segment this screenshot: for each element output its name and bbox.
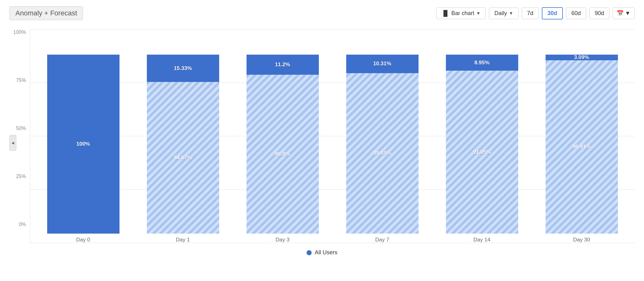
bar-stack: 89.69%10.31% bbox=[346, 55, 419, 234]
hatched-label: 91.05% bbox=[473, 149, 491, 155]
legend-label: All Users bbox=[315, 249, 337, 256]
bar-stack: 91.05%8.95% bbox=[446, 55, 518, 234]
hatched-label: 84.67% bbox=[174, 155, 192, 161]
x-axis-label: Day 7 bbox=[375, 237, 389, 243]
chart-area: 100% 75% 50% 25% 0% 100%Day 084.67%15.33… bbox=[9, 30, 635, 243]
x-axis-label: Day 14 bbox=[474, 237, 491, 243]
bar-solid: 15.33% bbox=[147, 55, 219, 82]
chart-body: 100%Day 084.67%15.33%Day 188.8%11.2%Day … bbox=[30, 30, 635, 243]
y-label-25: 25% bbox=[16, 174, 26, 179]
bar-hatched: 91.05% bbox=[446, 71, 518, 234]
calendar-dropdown-arrow: ▼ bbox=[625, 10, 630, 17]
chart-type-button[interactable]: ▐▌ Bar chart ▼ bbox=[436, 8, 486, 19]
period-90d-button[interactable]: 90d bbox=[589, 8, 609, 19]
bar-group: 89.69%10.31%Day 7 bbox=[346, 30, 419, 243]
y-label-50: 50% bbox=[16, 126, 26, 131]
bar-solid: 11.2% bbox=[247, 55, 319, 75]
chart-type-dropdown-arrow: ▼ bbox=[476, 11, 480, 16]
x-axis-label: Day 30 bbox=[573, 237, 590, 243]
period-7d-button[interactable]: 7d bbox=[522, 8, 539, 19]
bar-stack: 100% bbox=[47, 55, 119, 234]
bar-chart-icon: ▐▌ bbox=[441, 10, 450, 17]
solid-label: 8.95% bbox=[474, 60, 489, 66]
bar-hatched: 88.8% bbox=[247, 75, 319, 234]
frequency-button[interactable]: Daily ▼ bbox=[489, 8, 519, 19]
calendar-button[interactable]: 📅 ▼ bbox=[613, 7, 635, 19]
anomaly-forecast-button[interactable]: Anomaly + Forecast bbox=[9, 6, 83, 20]
chart-type-label: Bar chart bbox=[451, 10, 474, 17]
bar-group: 84.67%15.33%Day 1 bbox=[147, 30, 219, 243]
y-label-100: 100% bbox=[13, 30, 26, 35]
y-label-0: 0% bbox=[19, 222, 26, 227]
calendar-icon: 📅 bbox=[617, 10, 624, 17]
bar-group: 91.05%8.95%Day 14 bbox=[446, 30, 518, 243]
bar-solid: 10.31% bbox=[346, 55, 419, 73]
legend: All Users bbox=[9, 249, 635, 256]
header: Anomaly + Forecast ▐▌ Bar chart ▼ Daily … bbox=[9, 6, 635, 20]
bars-area: 100%Day 084.67%15.33%Day 188.8%11.2%Day … bbox=[30, 30, 635, 243]
legend-dot bbox=[307, 250, 312, 255]
bar-group: 100%Day 0 bbox=[47, 30, 119, 243]
bar-solid: 100% bbox=[47, 55, 119, 234]
bar-solid: 8.95% bbox=[446, 55, 518, 71]
x-axis-label: Day 3 bbox=[275, 237, 289, 243]
bar-stack: 96.91%3.09% bbox=[546, 55, 618, 234]
frequency-dropdown-arrow: ▼ bbox=[509, 11, 513, 16]
controls-group: ▐▌ Bar chart ▼ Daily ▼ 7d 30d 60d 90d 📅 … bbox=[436, 7, 635, 19]
solid-label: 100% bbox=[76, 141, 90, 147]
bars-container: 100%Day 084.67%15.33%Day 188.8%11.2%Day … bbox=[30, 30, 635, 243]
hatched-label: 88.8% bbox=[275, 151, 290, 157]
bar-group: 88.8%11.2%Day 3 bbox=[247, 30, 319, 243]
bar-group: 96.91%3.09%Day 30 bbox=[546, 30, 618, 243]
bar-hatched: 89.69% bbox=[346, 73, 419, 234]
solid-label: 11.2% bbox=[275, 62, 290, 68]
y-axis: 100% 75% 50% 25% 0% bbox=[9, 30, 30, 243]
x-axis-label: Day 1 bbox=[176, 237, 190, 243]
solid-label: 10.31% bbox=[373, 61, 391, 67]
solid-label: 15.33% bbox=[174, 65, 192, 72]
hatched-label: 96.91% bbox=[573, 144, 591, 150]
bar-solid: 3.09% bbox=[546, 55, 618, 60]
bar-stack: 84.67%15.33% bbox=[147, 55, 219, 234]
solid-label: 3.09% bbox=[574, 54, 589, 61]
frequency-label: Daily bbox=[494, 10, 507, 17]
hatched-label: 89.69% bbox=[373, 150, 391, 156]
bar-hatched: 96.91% bbox=[546, 60, 618, 234]
x-axis-label: Day 0 bbox=[76, 237, 90, 243]
period-30d-button[interactable]: 30d bbox=[542, 7, 563, 19]
main-container: Anomaly + Forecast ▐▌ Bar chart ▼ Daily … bbox=[0, 0, 644, 281]
bar-stack: 88.8%11.2% bbox=[247, 55, 319, 234]
bar-hatched: 84.67% bbox=[147, 82, 219, 234]
period-60d-button[interactable]: 60d bbox=[566, 8, 586, 19]
y-label-75: 75% bbox=[16, 78, 26, 83]
